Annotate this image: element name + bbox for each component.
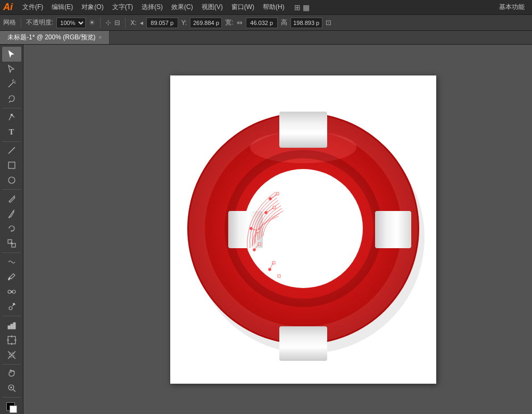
- svg-point-56: [253, 248, 255, 251]
- eyedropper-tool[interactable]: [2, 269, 21, 284]
- link-icon: ⇔: [237, 19, 243, 27]
- tool-sep-5: [2, 316, 20, 316]
- pen-tool[interactable]: [2, 110, 21, 125]
- h-label: 高: [281, 18, 287, 27]
- menu-bar: Ai 文件(F) 编辑(E) 对象(O) 文字(T) 选择(S) 效果(C) 视…: [0, 0, 532, 15]
- main-layout: T: [0, 45, 532, 414]
- select-tool[interactable]: [2, 47, 21, 62]
- tab-bar: 未标题-1* @ 200% (RGB/预览) ×: [0, 31, 532, 45]
- svg-line-0: [9, 82, 14, 87]
- tool-sep-2: [2, 141, 20, 142]
- menu-effect[interactable]: 效果(C): [167, 2, 197, 13]
- grid-label: 网格: [3, 18, 16, 27]
- menu-file[interactable]: 文件(F): [18, 2, 47, 13]
- zoom-tool[interactable]: [2, 381, 21, 395]
- magic-wand-tool[interactable]: [2, 77, 21, 91]
- opacity-label: 不透明度:: [26, 18, 53, 27]
- svg-point-19: [13, 303, 14, 305]
- svg-rect-21: [11, 324, 13, 329]
- svg-point-5: [11, 114, 12, 115]
- menu-window[interactable]: 窗口(W): [227, 2, 259, 13]
- line-tool[interactable]: [2, 143, 21, 158]
- arrange-icon[interactable]: ▦: [303, 3, 310, 12]
- x-arrow-icon: ◂: [140, 19, 143, 27]
- text-tool[interactable]: T: [2, 125, 21, 140]
- slice-tool[interactable]: [2, 348, 21, 362]
- graph-tools: [0, 318, 23, 362]
- tool-sep-3: [2, 189, 20, 190]
- canvas-document: [170, 75, 436, 384]
- view-tools: [0, 366, 23, 395]
- svg-rect-48: [278, 275, 280, 277]
- svg-rect-41: [279, 326, 327, 361]
- w-input[interactable]: [246, 18, 278, 28]
- svg-line-10: [13, 210, 14, 211]
- color-swatches[interactable]: [3, 400, 20, 411]
- selection-tools: [0, 47, 23, 106]
- svg-line-6: [9, 147, 15, 154]
- transform-options-icon: ⊡: [326, 19, 331, 27]
- tool-sep-1: [2, 108, 20, 108]
- svg-rect-23: [8, 336, 15, 344]
- svg-point-18: [9, 307, 12, 310]
- svg-point-58: [268, 268, 271, 271]
- svg-point-54: [250, 227, 252, 230]
- options-bar: 网格 不透明度: 100% 75% 50% 25% ☀ ⊹ ⊟ X: ◂ Y: …: [0, 15, 532, 31]
- tab-label: 未标题-1* @ 200% (RGB/预览): [7, 33, 96, 42]
- rotate-tool[interactable]: [2, 221, 21, 236]
- svg-point-52: [264, 211, 267, 214]
- document-tab[interactable]: 未标题-1* @ 200% (RGB/预览) ×: [0, 31, 110, 44]
- svg-rect-7: [9, 162, 15, 168]
- svg-rect-45: [256, 230, 259, 232]
- svg-point-8: [9, 177, 15, 183]
- svg-rect-40: [375, 211, 411, 248]
- pen-tools: T: [0, 110, 23, 140]
- symbol-sprayer-tool[interactable]: [2, 299, 21, 314]
- app-logo: Ai: [3, 2, 13, 13]
- svg-line-30: [13, 390, 15, 392]
- scale-tool[interactable]: [2, 236, 21, 251]
- lasso-tool[interactable]: [2, 91, 21, 106]
- ellipse-tool[interactable]: [2, 173, 21, 188]
- column-graph-tool[interactable]: [2, 318, 21, 333]
- y-input[interactable]: [190, 18, 222, 28]
- blend-tool[interactable]: [2, 284, 21, 299]
- svg-line-4: [14, 82, 15, 83]
- sep3: [125, 18, 126, 28]
- shape-tools: [0, 143, 23, 188]
- life-ring-svg: [176, 86, 431, 373]
- sep2: [100, 18, 101, 28]
- svg-rect-46: [258, 243, 261, 246]
- menu-view[interactable]: 视图(V): [197, 2, 227, 13]
- menu-object[interactable]: 对象(O): [77, 2, 107, 13]
- svg-line-1: [12, 80, 13, 81]
- x-input[interactable]: [146, 18, 178, 28]
- svg-line-9: [14, 196, 15, 197]
- tab-close-button[interactable]: ×: [99, 35, 102, 40]
- grid-icon[interactable]: ⊞: [294, 3, 301, 12]
- rectangle-tool[interactable]: [2, 158, 21, 173]
- h-input[interactable]: [290, 18, 322, 28]
- tool-sep-7: [2, 397, 20, 398]
- paintbrush-tool[interactable]: [2, 206, 21, 221]
- menu-text[interactable]: 文字(T): [108, 2, 137, 13]
- align-icon: ⊟: [114, 19, 120, 27]
- artboard-tool[interactable]: [2, 333, 21, 348]
- menu-edit[interactable]: 编辑(E): [47, 2, 77, 13]
- paint-tools: [0, 191, 23, 251]
- svg-rect-20: [8, 326, 10, 329]
- svg-rect-22: [13, 323, 15, 329]
- sep1: [21, 18, 21, 28]
- w-label: 宽:: [225, 18, 233, 27]
- menu-help[interactable]: 帮助(H): [259, 2, 289, 13]
- opacity-select[interactable]: 100% 75% 50% 25%: [56, 18, 86, 28]
- tool-sep-4: [2, 252, 20, 253]
- warp-tool[interactable]: [2, 255, 21, 269]
- more-tools: [0, 255, 23, 314]
- pencil-tool[interactable]: [2, 191, 21, 206]
- direct-select-tool[interactable]: [2, 62, 21, 77]
- transform-icon: ⊹: [105, 19, 111, 27]
- menu-select[interactable]: 选择(S): [137, 2, 167, 13]
- hand-tool[interactable]: [2, 366, 21, 381]
- x-label: X:: [130, 19, 136, 27]
